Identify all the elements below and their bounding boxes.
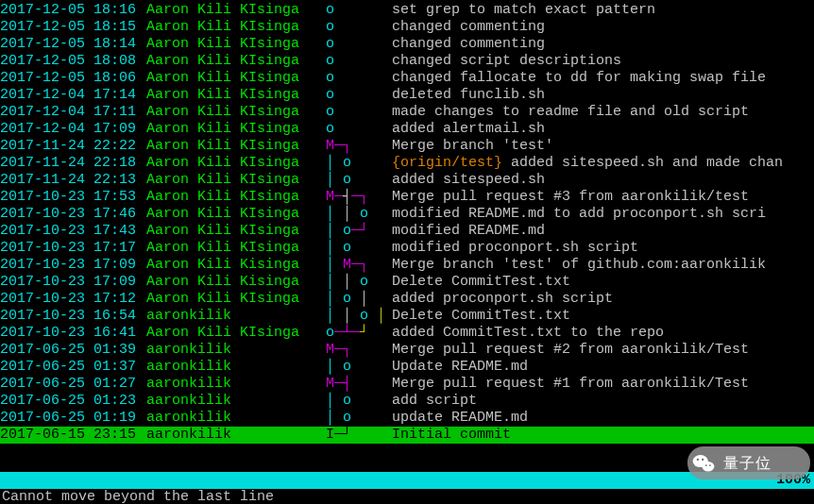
commit-row[interactable]: 2017-10-23 17:09 Aaron Kili Kisinga │ M─…	[0, 257, 814, 274]
commit-row[interactable]: 2017-10-23 17:09 Aaron Kili Kisinga │ │ …	[0, 274, 814, 291]
commit-graph: o	[326, 104, 392, 121]
commit-row[interactable]: 2017-06-25 01:23 aaronkilik │ o add scri…	[0, 393, 814, 410]
commit-author: aaronkilik	[146, 342, 326, 359]
commit-date: 2017-11-24 22:22	[0, 138, 146, 155]
commit-date: 2017-06-15 23:15	[0, 427, 146, 444]
commit-graph: │ o	[326, 240, 392, 257]
commit-list[interactable]: 2017-12-05 18:16 Aaron Kili KIsinga o se…	[0, 2, 814, 444]
commit-date: 2017-12-04 17:11	[0, 104, 146, 121]
commit-author: Aaron Kili KIsinga	[146, 104, 326, 121]
commit-graph: │ o	[326, 172, 392, 189]
commit-graph: │ M─┐	[326, 257, 392, 274]
commit-author: Aaron Kili KIsinga	[146, 2, 326, 19]
commit-message: changed script descriptions	[392, 53, 814, 70]
commit-author: Aaron Kili KIsinga	[146, 19, 326, 36]
commit-author: aaronkilik	[146, 427, 326, 444]
commit-date: 2017-10-23 17:46	[0, 206, 146, 223]
commit-message: Delete CommitTest.txt	[392, 274, 814, 291]
commit-row[interactable]: 2017-11-24 22:18 Aaron Kili KIsinga │ o …	[0, 155, 814, 172]
commit-date: 2017-11-24 22:18	[0, 155, 146, 172]
commit-message: Merge branch 'test'	[392, 138, 814, 155]
commit-graph: │ o	[326, 155, 392, 172]
commit-graph: │ o─┘	[326, 223, 392, 240]
overlay-badge[interactable]: 量子位	[687, 446, 810, 479]
commit-row[interactable]: 2017-06-25 01:37 aaronkilik │ o Update R…	[0, 359, 814, 376]
commit-graph: │ o	[326, 359, 392, 376]
commit-row[interactable]: 2017-11-24 22:22 Aaron Kili KIsinga M─┐ …	[0, 138, 814, 155]
commit-date: 2017-06-25 01:23	[0, 393, 146, 410]
svg-point-5	[709, 464, 711, 466]
commit-row[interactable]: 2017-12-05 18:08 Aaron Kili KIsinga o ch…	[0, 53, 814, 70]
commit-row[interactable]: 2017-10-23 17:46 Aaron Kili KIsinga │ │ …	[0, 206, 814, 223]
commit-row[interactable]: 2017-12-04 17:14 Aaron Kili KIsinga o de…	[0, 87, 814, 104]
commit-message: update README.md	[392, 410, 814, 427]
commit-message: {origin/test} added sitespeed.sh and mad…	[392, 155, 814, 172]
commit-date: 2017-12-05 18:14	[0, 36, 146, 53]
commit-graph: M─┐	[326, 138, 392, 155]
commit-row[interactable]: 2017-10-23 16:54 aaronkilik │ │ o │ Dele…	[0, 308, 814, 325]
commit-graph: │ │ o │	[326, 308, 392, 325]
commit-row[interactable]: 2017-10-23 17:53 Aaron Kili KIsinga M─┤─…	[0, 189, 814, 206]
commit-date: 2017-06-25 01:27	[0, 376, 146, 393]
commit-row[interactable]: 2017-06-25 01:19 aaronkilik │ o update R…	[0, 410, 814, 427]
commit-row[interactable]: 2017-10-23 16:41 Aaron Kili KIsinga o─┴─…	[0, 325, 814, 342]
commit-date: 2017-11-24 22:13	[0, 172, 146, 189]
commit-row[interactable]: 2017-12-04 17:09 Aaron Kili KIsinga o ad…	[0, 121, 814, 138]
commit-date: 2017-06-25 01:19	[0, 410, 146, 427]
commit-message: made changes to readme file and old scri…	[392, 104, 814, 121]
commit-graph: │ │ o	[326, 206, 392, 223]
commit-graph: M─┤	[326, 376, 392, 393]
commit-row[interactable]: 2017-06-15 23:15 aaronkilik I─┘ Initial …	[0, 427, 814, 444]
commit-author: Aaron Kili KIsinga	[146, 138, 326, 155]
commit-date: 2017-10-23 16:54	[0, 308, 146, 325]
commit-row[interactable]: 2017-06-25 01:27 aaronkilik M─┤ Merge pu…	[0, 376, 814, 393]
commit-graph: o	[326, 36, 392, 53]
commit-date: 2017-12-05 18:08	[0, 53, 146, 70]
svg-point-2	[697, 458, 699, 460]
commit-row[interactable]: 2017-12-05 18:06 Aaron Kili KIsinga o ch…	[0, 70, 814, 87]
commit-date: 2017-06-25 01:39	[0, 342, 146, 359]
commit-graph: M─┤─┐	[326, 189, 392, 206]
svg-point-4	[705, 464, 707, 466]
commit-row[interactable]: 2017-12-04 17:11 Aaron Kili KIsinga o ma…	[0, 104, 814, 121]
commit-message: set grep to match exact pattern	[392, 2, 814, 19]
wechat-icon	[691, 451, 716, 476]
commit-message: Merge pull request #1 from aaronkilik/Te…	[392, 376, 814, 393]
commit-graph: o	[326, 121, 392, 138]
commit-author: Aaron Kili Kisinga	[146, 257, 326, 274]
commit-author: Aaron Kili KIsinga	[146, 325, 326, 342]
commit-message: changed commenting	[392, 36, 814, 53]
commit-date: 2017-10-23 17:09	[0, 257, 146, 274]
commit-row[interactable]: 2017-12-05 18:16 Aaron Kili KIsinga o se…	[0, 2, 814, 19]
commit-message: Delete CommitTest.txt	[392, 308, 814, 325]
commit-row[interactable]: 2017-10-23 17:12 Aaron Kili KIsinga │ o …	[0, 291, 814, 308]
commit-row[interactable]: 2017-10-23 17:43 Aaron Kili KIsinga │ o─…	[0, 223, 814, 240]
commit-message: add script	[392, 393, 814, 410]
commit-author: Aaron Kili KIsinga	[146, 53, 326, 70]
commit-author: Aaron Kili Kisinga	[146, 274, 326, 291]
commit-date: 2017-12-05 18:16	[0, 2, 146, 19]
commit-graph: o	[326, 19, 392, 36]
commit-author: aaronkilik	[146, 410, 326, 427]
commit-message: Merge branch 'test' of github.com:aaronk…	[392, 257, 814, 274]
commit-author: aaronkilik	[146, 376, 326, 393]
commit-row[interactable]: 2017-10-23 17:17 Aaron Kili KIsinga │ o …	[0, 240, 814, 257]
commit-row[interactable]: 2017-12-05 18:14 Aaron Kili KIsinga o ch…	[0, 36, 814, 53]
commit-graph: o	[326, 70, 392, 87]
commit-message: changed commenting	[392, 19, 814, 36]
commit-graph: │ │ o	[326, 274, 392, 291]
commit-message: changed fallocate to dd for making swap …	[392, 70, 814, 87]
commit-author: Aaron Kili KIsinga	[146, 223, 326, 240]
overlay-label: 量子位	[723, 455, 772, 472]
commit-author: aaronkilik	[146, 308, 326, 325]
git-log-terminal[interactable]: 2017-12-05 18:16 Aaron Kili KIsinga o se…	[0, 0, 814, 504]
commit-graph: o	[326, 87, 392, 104]
commit-graph: M─┐	[326, 342, 392, 359]
commit-row[interactable]: 2017-12-05 18:15 Aaron Kili KIsinga o ch…	[0, 19, 814, 36]
commit-message: deleted funclib.sh	[392, 87, 814, 104]
commit-date: 2017-10-23 17:53	[0, 189, 146, 206]
commit-row[interactable]: 2017-06-25 01:39 aaronkilik M─┐ Merge pu…	[0, 342, 814, 359]
commit-author: aaronkilik	[146, 359, 326, 376]
commit-row[interactable]: 2017-11-24 22:13 Aaron Kili KIsinga │ o …	[0, 172, 814, 189]
commit-author: Aaron Kili KIsinga	[146, 291, 326, 308]
